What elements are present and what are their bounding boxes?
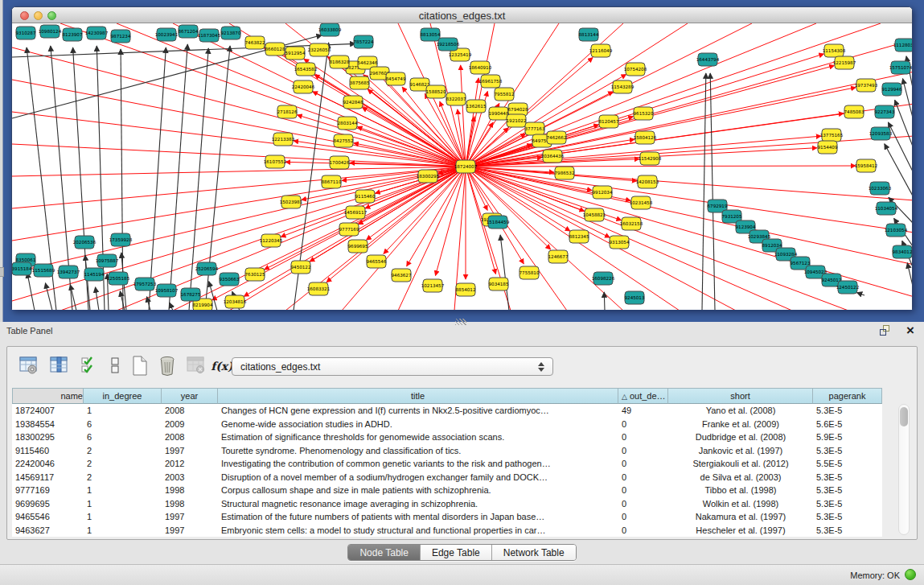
graph-edge-red[interactable] <box>297 115 466 167</box>
table-selector[interactable]: citations_edges.txt <box>232 357 553 376</box>
graph-node[interactable]: 15023981 <box>280 196 303 208</box>
column-header-in_degree[interactable]: in_degree <box>84 388 162 404</box>
graph-node[interactable]: 7857224 <box>354 35 374 48</box>
new-column-icon[interactable] <box>129 356 150 378</box>
graph-node[interactable]: 20206536 <box>73 236 97 249</box>
graph-node[interactable]: 14569117 <box>344 206 368 219</box>
graph-node[interactable]: 16033809 <box>318 23 342 36</box>
column-header-short[interactable]: short <box>668 388 813 404</box>
graph-edge-black[interactable] <box>856 292 864 295</box>
graph-node[interactable]: 8454749 <box>386 72 406 85</box>
column-header-title[interactable]: title <box>218 388 618 404</box>
table-row[interactable]: 911546021997Tourette syndrome. Phenomeno… <box>12 444 882 458</box>
table-row[interactable]: 1872400712008Changes of HCN gene express… <box>12 404 882 418</box>
graph-node[interactable]: 19737493 <box>855 79 878 92</box>
graph-node[interactable]: 11034054 <box>875 202 898 215</box>
graph-node[interactable]: 11154308 <box>823 44 846 57</box>
graph-node[interactable]: 9777169 <box>339 223 359 236</box>
graph-node[interactable]: 9310287 <box>16 27 36 39</box>
graph-node[interactable]: 8671204 <box>179 25 199 38</box>
memory-status-indicator[interactable] <box>905 569 916 580</box>
graph-edge-red[interactable] <box>362 107 466 167</box>
graph-node[interactable]: 20364436 <box>541 150 565 163</box>
graph-node[interactable]: 15751074 <box>889 61 912 74</box>
graph-node[interactable]: 16083321 <box>307 282 331 295</box>
graph-node[interactable]: 10458821 <box>583 208 606 221</box>
graph-node[interactable]: 9350663 <box>220 273 240 286</box>
graph-node[interactable]: 9871234 <box>111 30 131 43</box>
close-panel-icon[interactable]: × <box>906 323 914 339</box>
graph-node[interactable]: 19218506 <box>437 38 460 51</box>
graph-edge-red[interactable] <box>12 47 466 167</box>
graph-edge-red[interactable] <box>466 23 816 167</box>
panel-edge-grip[interactable] <box>0 267 4 277</box>
graph-node[interactable]: 9450122 <box>291 261 311 274</box>
graph-node[interactable]: 1145194 <box>84 268 105 281</box>
graph-edge-red[interactable] <box>365 167 466 208</box>
table-row[interactable]: 1456911722003Disruption of a novel membe… <box>12 471 882 484</box>
column-header-out_degree[interactable]: △out_de… <box>618 388 668 404</box>
network-graph[interactable]: 1872400718300295193845547463822866012859… <box>12 23 912 310</box>
graph-node[interactable]: 9213870 <box>221 27 241 39</box>
graph-node[interactable]: 11220345 <box>260 234 283 247</box>
column-header-pagerank[interactable]: pagerank <box>813 388 882 404</box>
graph-node[interactable]: 9227343 <box>875 105 895 118</box>
graph-node[interactable]: 12215987 <box>833 56 856 69</box>
graph-node[interactable]: 13775165 <box>820 129 844 142</box>
graph-node[interactable]: 12450122 <box>836 281 859 294</box>
graph-node[interactable]: 12505185 <box>107 272 130 285</box>
graph-node[interactable]: 8660128 <box>265 43 285 56</box>
graph-edge-red[interactable] <box>466 167 912 265</box>
graph-node[interactable]: 14208153 <box>636 175 659 188</box>
graph-edge-black[interactable] <box>604 292 605 310</box>
network-canvas[interactable]: 1872400718300295193845547463822866012859… <box>12 23 912 310</box>
graph-node[interactable]: 1921022 <box>507 114 527 127</box>
graph-edge-black[interactable] <box>96 287 99 310</box>
tab-edge-table[interactable]: Edge Table <box>421 545 492 560</box>
graph-node[interactable]: 15804126 <box>634 131 657 144</box>
graph-node[interactable]: 7986532 <box>555 167 575 179</box>
graph-edge-red[interactable] <box>466 72 912 167</box>
table-row[interactable]: 1938455462009Genome-wide association stu… <box>12 418 882 431</box>
graph-node[interactable]: 9463627 <box>392 269 412 282</box>
graph-node[interactable]: 3777163 <box>525 122 545 135</box>
graph-node[interactable]: 1678275 <box>181 288 201 301</box>
graph-node[interactable]: 10231458 <box>630 196 653 209</box>
graph-node[interactable]: 9465546 <box>367 255 387 268</box>
scrollbar-thumb[interactable] <box>900 407 908 426</box>
graph-edge-black[interactable] <box>45 283 52 310</box>
graph-node[interactable]: 10975887 <box>96 254 119 267</box>
graph-node[interactable]: 8120457 <box>599 115 619 128</box>
graph-node[interactable]: 23226058 <box>308 43 331 56</box>
graph-node[interactable]: 9699695 <box>348 240 368 253</box>
graph-node[interactable]: 9034185 <box>489 278 509 290</box>
tab-network-table[interactable]: Network Table <box>492 545 576 560</box>
graph-node[interactable]: 16107552 <box>264 155 286 168</box>
graph-node[interactable]: 1362615 <box>466 100 487 113</box>
graph-node[interactable]: 17957253 <box>133 278 157 290</box>
graph-node[interactable]: 10958107 <box>155 284 179 297</box>
graph-node[interactable]: 11542908 <box>639 152 662 165</box>
graph-node[interactable]: 10754208 <box>624 63 647 76</box>
graph-node[interactable]: 3915184 <box>12 262 32 275</box>
graph-node[interactable]: 11128034 <box>893 39 912 51</box>
graph-node[interactable]: 22420046 <box>292 80 315 93</box>
graph-node[interactable]: 9129946 <box>882 83 902 96</box>
column-header-year[interactable]: year <box>162 388 218 404</box>
graph-node[interactable]: 7755810 <box>519 266 540 279</box>
table-vertical-scrollbar[interactable] <box>898 404 910 535</box>
graph-node[interactable]: 10023941 <box>155 28 179 41</box>
graph-edge-red[interactable] <box>466 166 856 167</box>
toggle-panel-icon[interactable] <box>105 356 126 378</box>
graph-node[interactable]: 16443794 <box>696 53 720 66</box>
graph-node[interactable]: 10980124 <box>39 25 62 38</box>
graph-node[interactable]: 8813054 <box>421 28 441 41</box>
graph-node[interactable]: 11873045 <box>198 29 221 42</box>
table-row[interactable]: 946362711997Embryonic stem cells: a mode… <box>12 524 882 538</box>
graph-node[interactable]: 18640910 <box>469 61 492 74</box>
graph-edge-red[interactable] <box>466 167 912 200</box>
graph-edge-black[interactable] <box>702 73 706 310</box>
show-columns-icon[interactable] <box>49 356 70 378</box>
graph-node[interactable]: 7955812 <box>495 88 515 101</box>
graph-node[interactable]: 12103054 <box>885 224 908 237</box>
